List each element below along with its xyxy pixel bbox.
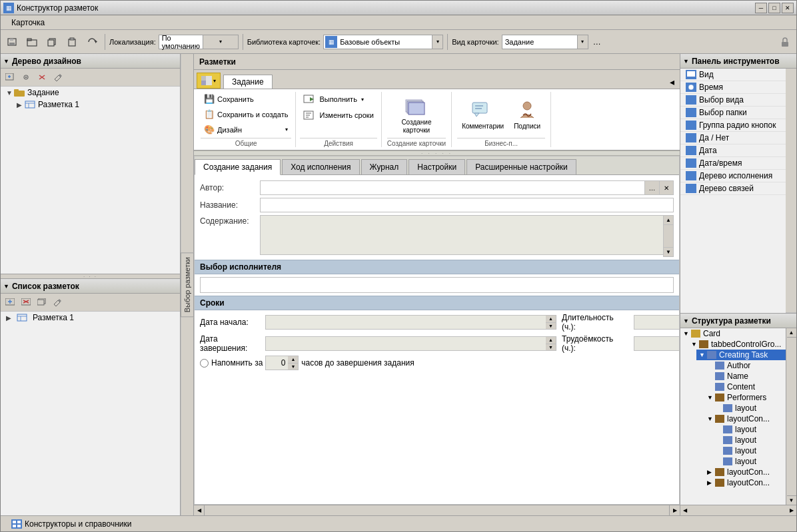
execute-button[interactable]: Выполнить ▾ <box>300 92 377 107</box>
st-layout1[interactable]: layout <box>712 403 786 413</box>
ribbon-collapse-btn[interactable]: ◂ <box>667 75 677 89</box>
struct-scroll-down[interactable]: ▼ <box>787 495 796 505</box>
instrument-vid[interactable]: Вид <box>680 69 786 81</box>
structure-hscrollbar[interactable]: ◀ ▶ <box>680 505 796 515</box>
author-clear-btn[interactable]: ✕ <box>659 180 674 195</box>
instrument-linktree[interactable]: Дерево связей <box>680 182 786 195</box>
st-performers[interactable]: ▼ Performers <box>704 392 786 403</box>
tree-delete-btn[interactable] <box>35 71 49 84</box>
instrument-yesno[interactable]: Да / Нет <box>680 132 786 144</box>
st-content[interactable]: Content <box>704 382 786 392</box>
tree-item-zadanie[interactable]: ▼ Задание <box>1 87 180 99</box>
st-layout2[interactable]: layout <box>712 424 786 435</box>
duration-input[interactable] <box>634 315 680 330</box>
toolbar-open-btn[interactable] <box>23 33 41 51</box>
save-create-button[interactable]: 📋 Сохранить и создать <box>201 107 291 121</box>
layout-expand[interactable]: ▶ <box>6 314 14 322</box>
content-textarea[interactable] <box>260 215 674 255</box>
tab-create[interactable]: Создание задания <box>195 159 281 175</box>
h-scrollbar[interactable]: ◀ ▶ <box>194 505 680 515</box>
side-tab-label[interactable]: Выбор разметки <box>181 252 194 317</box>
library-arrow[interactable]: ▾ <box>432 35 442 49</box>
comments-button[interactable]: Комментарии <box>457 97 506 133</box>
toolbar-refresh-btn[interactable] <box>83 33 101 51</box>
st-layout3[interactable]: layout <box>712 435 786 445</box>
start-date-up[interactable]: ▲ <box>546 316 556 323</box>
remind-down[interactable]: ▼ <box>288 364 298 370</box>
layout-item-razmetka[interactable]: ▶ Разметка 1 <box>1 312 180 324</box>
ribbon-view-dropdown[interactable]: ▾ <box>197 73 221 89</box>
st-author[interactable]: Author <box>704 360 786 371</box>
scroll-left-btn[interactable]: ◀ <box>194 505 205 516</box>
scroll-down[interactable]: ▼ <box>664 247 673 256</box>
constructors-btn[interactable]: Конструкторы и справочники <box>6 518 137 530</box>
remind-input[interactable] <box>265 356 288 370</box>
create-card-btn[interactable]: Создание карточки <box>392 92 441 136</box>
tree-expand-zadanie[interactable]: ▼ <box>6 89 14 97</box>
design-arrow[interactable]: ▾ <box>285 127 288 133</box>
remind-up[interactable]: ▲ <box>288 356 298 364</box>
st-creating-task[interactable]: ▼ Creating Task <box>696 350 786 360</box>
card-view-combo[interactable]: Задание ▾ <box>502 35 588 49</box>
dropdown-arrow[interactable]: ▾ <box>213 78 216 84</box>
layout-edit-btn[interactable] <box>51 296 65 309</box>
structure-collapse[interactable]: ▼ <box>683 318 689 324</box>
struct-scroll-right[interactable]: ▶ <box>787 506 796 515</box>
localization-combo[interactable]: По умолчанию ▾ <box>159 35 239 49</box>
end-date-down[interactable]: ▼ <box>546 344 556 351</box>
struct-scroll-left[interactable]: ◀ <box>680 506 690 515</box>
instrument-exectree[interactable]: Дерево исполнения <box>680 170 786 182</box>
tree-edit-btn[interactable] <box>51 71 65 84</box>
st-tabbed[interactable]: ▼ tabbedControlGro... <box>688 339 786 350</box>
save-button[interactable]: 💾 Сохранить <box>201 92 291 106</box>
st-layout5[interactable]: layout <box>712 456 786 467</box>
localization-arrow[interactable]: ▾ <box>203 35 238 49</box>
complexity-input[interactable] <box>634 336 680 351</box>
toolbar-save-btn[interactable] <box>3 33 21 51</box>
instrument-viewsel[interactable]: Выбор вида <box>680 94 786 107</box>
author-dots-btn[interactable]: … <box>644 180 659 195</box>
remind-radio[interactable] <box>200 359 209 368</box>
layout-copy-btn[interactable] <box>35 296 49 309</box>
tree-add-btn[interactable] <box>3 71 17 84</box>
tab-journal[interactable]: Журнал <box>361 159 408 174</box>
library-combo[interactable]: ▦ Базовые объекты ▾ <box>323 35 443 49</box>
collapse-icon[interactable]: ▼ <box>3 58 9 65</box>
signatures-button[interactable]: Подписи <box>509 97 545 133</box>
end-date-input[interactable] <box>265 336 546 351</box>
change-deadline-button[interactable]: Изменить сроки <box>300 108 377 123</box>
toolbar-lock-btn[interactable] <box>776 33 794 51</box>
st-layoutcon1[interactable]: ▼ layoutCon... <box>704 413 786 424</box>
st-card[interactable]: ▼ Card <box>680 328 786 339</box>
st-name[interactable]: Name <box>704 371 786 382</box>
tab-settings[interactable]: Настройки <box>408 159 465 174</box>
tab-execution[interactable]: Ход исполнения <box>282 159 359 174</box>
instrument-date[interactable]: Дата <box>680 144 786 157</box>
collapse-icon2[interactable]: ▼ <box>3 283 9 290</box>
vertical-splitter[interactable]: · · · <box>1 274 180 279</box>
tree-expand-razmetka[interactable]: ▶ <box>17 101 25 109</box>
ribbon-tab-zadanie[interactable]: Задание <box>223 75 273 89</box>
start-date-input[interactable] <box>265 315 546 330</box>
menu-item-card[interactable]: Карточка <box>6 17 50 29</box>
tree-item-razmetka[interactable]: ▶ Разметка 1 <box>14 99 180 111</box>
close-button[interactable]: ✕ <box>782 3 794 13</box>
tree-settings-btn[interactable] <box>19 71 33 84</box>
instruments-collapse[interactable]: ▼ <box>683 58 689 65</box>
scroll-up[interactable]: ▲ <box>664 216 673 225</box>
st-layoutcon2[interactable]: ▶ layoutCon... <box>704 467 786 477</box>
toolbar-copy-btn[interactable] <box>43 33 61 51</box>
performer-input[interactable] <box>200 277 674 293</box>
layout-delete-btn[interactable] <box>19 296 33 309</box>
instrument-datetime[interactable]: Дата/время <box>680 157 786 170</box>
scroll-right-btn[interactable]: ▶ <box>669 505 680 516</box>
create-card-button[interactable]: Создание карточки <box>392 93 441 136</box>
structure-vscrollbar[interactable]: ▲ ▼ <box>786 328 796 505</box>
toolbar-paste-btn[interactable] <box>63 33 81 51</box>
struct-scroll-up[interactable]: ▲ <box>787 328 796 338</box>
st-layout4[interactable]: layout <box>712 445 786 456</box>
toolbar-dots-btn[interactable]: … <box>591 33 603 51</box>
form-resizer[interactable]: · · · · · <box>194 150 680 156</box>
maximize-button[interactable]: □ <box>768 3 780 13</box>
name-input[interactable] <box>260 198 674 212</box>
